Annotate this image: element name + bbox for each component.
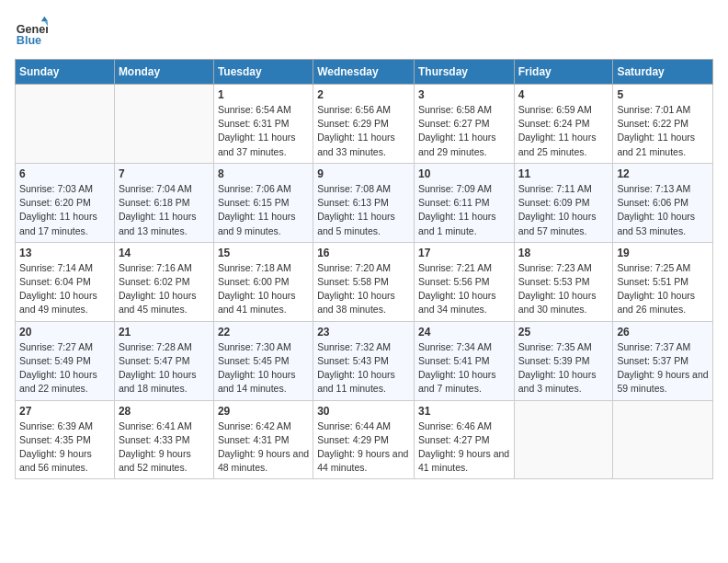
day-number: 26 (617, 326, 709, 339)
day-number: 20 (19, 326, 110, 339)
logo-icon: General Blue (15, 15, 48, 48)
day-number: 22 (218, 326, 309, 339)
day-number: 16 (317, 247, 410, 259)
day-header-friday: Friday (514, 60, 613, 85)
svg-text:Blue: Blue (17, 34, 41, 47)
day-number: 9 (317, 167, 410, 180)
calendar-cell: 8Sunrise: 7:06 AM Sunset: 6:15 PM Daylig… (213, 163, 313, 242)
calendar-cell: 14Sunrise: 7:16 AM Sunset: 6:02 PM Dayli… (114, 242, 213, 321)
day-number: 23 (317, 326, 410, 339)
calendar-cell: 1Sunrise: 6:54 AM Sunset: 6:31 PM Daylig… (213, 85, 313, 164)
calendar-cell: 5Sunrise: 7:01 AM Sunset: 6:22 PM Daylig… (613, 85, 713, 164)
day-info: Sunrise: 7:11 AM Sunset: 6:09 PM Dayligh… (518, 182, 609, 238)
calendar-cell: 20Sunrise: 7:27 AM Sunset: 5:49 PM Dayli… (16, 321, 115, 400)
day-number: 3 (418, 88, 510, 101)
calendar-cell: 26Sunrise: 7:37 AM Sunset: 5:37 PM Dayli… (613, 321, 713, 400)
calendar-cell: 21Sunrise: 7:28 AM Sunset: 5:47 PM Dayli… (114, 321, 213, 400)
calendar-cell: 12Sunrise: 7:13 AM Sunset: 6:06 PM Dayli… (613, 163, 713, 242)
day-info: Sunrise: 6:41 AM Sunset: 4:33 PM Dayligh… (119, 419, 210, 476)
day-info: Sunrise: 7:04 AM Sunset: 6:18 PM Dayligh… (119, 182, 210, 238)
day-number: 24 (418, 326, 510, 339)
calendar-cell: 6Sunrise: 7:03 AM Sunset: 6:20 PM Daylig… (16, 163, 115, 242)
day-info: Sunrise: 6:42 AM Sunset: 4:31 PM Dayligh… (218, 419, 309, 476)
day-info: Sunrise: 7:37 AM Sunset: 5:37 PM Dayligh… (617, 340, 709, 396)
day-info: Sunrise: 7:14 AM Sunset: 6:04 PM Dayligh… (19, 261, 110, 317)
day-info: Sunrise: 6:56 AM Sunset: 6:29 PM Dayligh… (317, 103, 410, 159)
calendar-week-row: 6Sunrise: 7:03 AM Sunset: 6:20 PM Daylig… (16, 163, 713, 242)
day-number: 29 (218, 405, 309, 418)
calendar-cell: 28Sunrise: 6:41 AM Sunset: 4:33 PM Dayli… (114, 400, 213, 479)
day-info: Sunrise: 7:28 AM Sunset: 5:47 PM Dayligh… (119, 340, 210, 396)
day-number: 15 (218, 247, 309, 259)
calendar-cell: 15Sunrise: 7:18 AM Sunset: 6:00 PM Dayli… (213, 242, 313, 321)
day-header-tuesday: Tuesday (213, 60, 313, 85)
calendar-cell: 17Sunrise: 7:21 AM Sunset: 5:56 PM Dayli… (414, 242, 514, 321)
day-info: Sunrise: 7:25 AM Sunset: 5:51 PM Dayligh… (617, 261, 709, 317)
day-number: 1 (218, 88, 309, 101)
calendar-cell: 3Sunrise: 6:58 AM Sunset: 6:27 PM Daylig… (414, 85, 514, 164)
day-header-monday: Monday (114, 60, 213, 85)
day-number: 10 (418, 167, 510, 180)
calendar-cell: 7Sunrise: 7:04 AM Sunset: 6:18 PM Daylig… (114, 163, 213, 242)
day-number: 19 (617, 247, 709, 259)
day-number: 7 (119, 167, 210, 180)
day-header-thursday: Thursday (414, 60, 514, 85)
calendar-cell: 29Sunrise: 6:42 AM Sunset: 4:31 PM Dayli… (213, 400, 313, 479)
day-info: Sunrise: 6:54 AM Sunset: 6:31 PM Dayligh… (218, 103, 309, 159)
calendar-week-row: 1Sunrise: 6:54 AM Sunset: 6:31 PM Daylig… (16, 85, 713, 164)
calendar-cell (514, 400, 613, 479)
day-number: 30 (317, 405, 410, 418)
calendar-cell: 30Sunrise: 6:44 AM Sunset: 4:29 PM Dayli… (313, 400, 415, 479)
calendar-cell: 11Sunrise: 7:11 AM Sunset: 6:09 PM Dayli… (514, 163, 613, 242)
day-info: Sunrise: 7:16 AM Sunset: 6:02 PM Dayligh… (119, 261, 210, 317)
svg-marker-2 (41, 17, 48, 21)
day-info: Sunrise: 7:20 AM Sunset: 5:58 PM Dayligh… (317, 261, 410, 317)
calendar-cell (613, 400, 713, 479)
day-info: Sunrise: 7:09 AM Sunset: 6:11 PM Dayligh… (418, 182, 510, 238)
day-number: 13 (19, 247, 110, 259)
day-number: 2 (317, 88, 410, 101)
day-number: 12 (617, 167, 709, 180)
day-info: Sunrise: 7:34 AM Sunset: 5:41 PM Dayligh… (418, 340, 510, 396)
calendar-cell: 4Sunrise: 6:59 AM Sunset: 6:24 PM Daylig… (514, 85, 613, 164)
day-info: Sunrise: 7:21 AM Sunset: 5:56 PM Dayligh… (418, 261, 510, 317)
calendar-cell: 10Sunrise: 7:09 AM Sunset: 6:11 PM Dayli… (414, 163, 514, 242)
day-number: 31 (418, 405, 510, 418)
day-number: 18 (518, 247, 609, 259)
day-info: Sunrise: 6:39 AM Sunset: 4:35 PM Dayligh… (19, 419, 110, 476)
calendar-cell: 25Sunrise: 7:35 AM Sunset: 5:39 PM Dayli… (514, 321, 613, 400)
day-header-saturday: Saturday (613, 60, 713, 85)
day-header-sunday: Sunday (16, 60, 115, 85)
day-info: Sunrise: 7:13 AM Sunset: 6:06 PM Dayligh… (617, 182, 709, 238)
page-header: General Blue (15, 15, 713, 48)
day-info: Sunrise: 6:46 AM Sunset: 4:27 PM Dayligh… (418, 419, 510, 476)
day-info: Sunrise: 7:01 AM Sunset: 6:22 PM Dayligh… (617, 103, 709, 159)
calendar-cell: 22Sunrise: 7:30 AM Sunset: 5:45 PM Dayli… (213, 321, 313, 400)
day-info: Sunrise: 7:03 AM Sunset: 6:20 PM Dayligh… (19, 182, 110, 238)
day-info: Sunrise: 6:44 AM Sunset: 4:29 PM Dayligh… (317, 419, 410, 476)
day-info: Sunrise: 7:18 AM Sunset: 6:00 PM Dayligh… (218, 261, 309, 317)
calendar-cell (16, 85, 115, 164)
day-info: Sunrise: 7:32 AM Sunset: 5:43 PM Dayligh… (317, 340, 410, 396)
day-number: 6 (19, 167, 110, 180)
calendar-table: SundayMondayTuesdayWednesdayThursdayFrid… (15, 59, 713, 479)
calendar-cell: 16Sunrise: 7:20 AM Sunset: 5:58 PM Dayli… (313, 242, 415, 321)
day-number: 5 (617, 88, 709, 101)
calendar-week-row: 20Sunrise: 7:27 AM Sunset: 5:49 PM Dayli… (16, 321, 713, 400)
calendar-cell: 9Sunrise: 7:08 AM Sunset: 6:13 PM Daylig… (313, 163, 415, 242)
calendar-cell: 2Sunrise: 6:56 AM Sunset: 6:29 PM Daylig… (313, 85, 415, 164)
day-number: 25 (518, 326, 609, 339)
day-info: Sunrise: 7:08 AM Sunset: 6:13 PM Dayligh… (317, 182, 410, 238)
day-header-wednesday: Wednesday (313, 60, 415, 85)
calendar-cell: 31Sunrise: 6:46 AM Sunset: 4:27 PM Dayli… (414, 400, 514, 479)
day-number: 21 (119, 326, 210, 339)
day-number: 14 (119, 247, 210, 259)
calendar-cell: 24Sunrise: 7:34 AM Sunset: 5:41 PM Dayli… (414, 321, 514, 400)
calendar-header-row: SundayMondayTuesdayWednesdayThursdayFrid… (16, 60, 713, 85)
calendar-cell: 27Sunrise: 6:39 AM Sunset: 4:35 PM Dayli… (16, 400, 115, 479)
calendar-week-row: 27Sunrise: 6:39 AM Sunset: 4:35 PM Dayli… (16, 400, 713, 479)
day-number: 4 (518, 88, 609, 101)
day-info: Sunrise: 7:23 AM Sunset: 5:53 PM Dayligh… (518, 261, 609, 317)
day-info: Sunrise: 6:58 AM Sunset: 6:27 PM Dayligh… (418, 103, 510, 159)
day-number: 11 (518, 167, 609, 180)
